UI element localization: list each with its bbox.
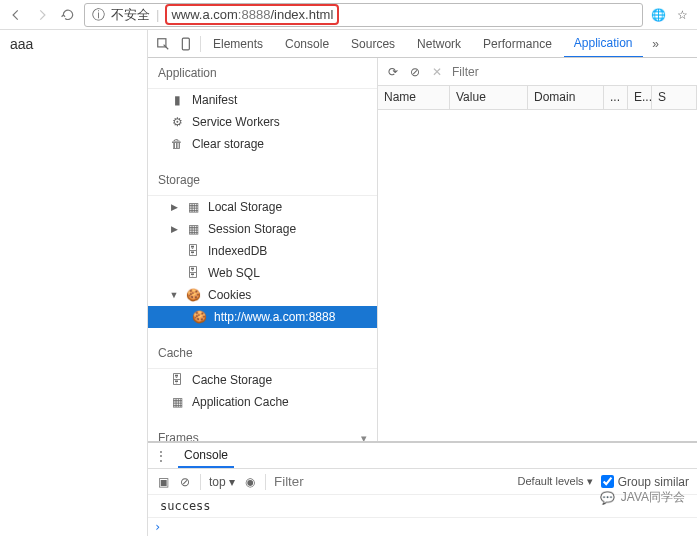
page-body-text: aaa: [0, 30, 148, 536]
section-frames[interactable]: Frames▾: [148, 423, 377, 441]
inspect-icon[interactable]: [152, 37, 174, 51]
col-domain[interactable]: Domain: [528, 86, 604, 109]
chevron-right-icon: [170, 246, 178, 256]
console-drawer: ⋮ Console ▣ ⊘ top ▾ ◉ Default levels ▾ G…: [148, 442, 697, 536]
col-size[interactable]: S: [652, 86, 697, 109]
cookies-table-header: Name Value Domain ... E... S: [378, 86, 697, 110]
col-value[interactable]: Value: [450, 86, 528, 109]
gear-icon: ⚙: [170, 115, 184, 129]
sidebar-item-local-storage[interactable]: ▶▦Local Storage: [148, 196, 377, 218]
storage-icon: ▦: [170, 395, 184, 409]
cookie-icon: 🍪: [186, 288, 200, 302]
sidebar-item-session-storage[interactable]: ▶▦Session Storage: [148, 218, 377, 240]
translate-icon[interactable]: 🌐: [649, 6, 667, 24]
close-icon[interactable]: ✕: [430, 65, 444, 79]
cookie-icon: 🍪: [192, 310, 206, 324]
drawer-menu-icon[interactable]: ⋮: [154, 449, 168, 463]
console-output-line: success: [148, 495, 697, 518]
sidebar-item-app-cache[interactable]: ▦Application Cache: [148, 391, 377, 413]
cookies-main: ⟳ ⊘ ✕ Name Value Domain ... E... S: [378, 58, 697, 441]
browser-toolbar: ⓘ 不安全 | www.a.com:8888/index.html 🌐 ☆: [0, 0, 697, 30]
section-application: Application: [148, 58, 377, 89]
tab-network[interactable]: Network: [407, 31, 471, 57]
storage-icon: ▦: [186, 200, 200, 214]
group-similar-checkbox[interactable]: Group similar: [601, 475, 689, 489]
tab-console[interactable]: Console: [275, 31, 339, 57]
console-context[interactable]: top ▾: [209, 475, 235, 489]
chevron-right-icon: [170, 268, 178, 278]
storage-icon: ▦: [186, 222, 200, 236]
cookies-toolbar: ⟳ ⊘ ✕: [378, 58, 697, 86]
refresh-icon[interactable]: ⟳: [386, 65, 400, 79]
tab-sources[interactable]: Sources: [341, 31, 405, 57]
reload-button[interactable]: [58, 5, 78, 25]
col-expires[interactable]: E...: [628, 86, 652, 109]
tab-application[interactable]: Application: [564, 30, 643, 58]
sidebar-item-cache-storage[interactable]: 🗄Cache Storage: [148, 369, 377, 391]
database-icon: 🗄: [186, 266, 200, 280]
eye-icon[interactable]: ◉: [243, 475, 257, 489]
console-filter-input[interactable]: [274, 474, 443, 489]
info-icon: ⓘ: [91, 8, 105, 22]
document-icon: ▮: [170, 93, 184, 107]
devtools-tabs: Elements Console Sources Network Perform…: [148, 30, 697, 58]
back-button[interactable]: [6, 5, 26, 25]
log-levels-dropdown[interactable]: Default levels ▾: [518, 475, 593, 488]
tab-elements[interactable]: Elements: [203, 31, 273, 57]
url-highlight: www.a.com:8888/index.html: [165, 4, 339, 25]
drawer-tab-console[interactable]: Console: [178, 444, 234, 468]
forward-button[interactable]: [32, 5, 52, 25]
section-storage: Storage: [148, 165, 377, 196]
section-cache: Cache: [148, 338, 377, 369]
clear-console-icon[interactable]: ⊘: [178, 475, 192, 489]
device-icon[interactable]: [176, 37, 198, 51]
trash-icon: 🗑: [170, 137, 184, 151]
sidebar-item-cookies[interactable]: ▼🍪Cookies: [148, 284, 377, 306]
col-name[interactable]: Name: [378, 86, 450, 109]
console-toggle-icon[interactable]: ▣: [156, 475, 170, 489]
application-sidebar: Application ▮Manifest ⚙Service Workers 🗑…: [148, 58, 378, 441]
svg-rect-1: [182, 38, 189, 50]
block-icon[interactable]: ⊘: [408, 65, 422, 79]
chevron-down-icon: ▾: [361, 432, 367, 442]
chevron-right-icon: ▶: [170, 202, 178, 212]
tab-performance[interactable]: Performance: [473, 31, 562, 57]
devtools-panel: Elements Console Sources Network Perform…: [148, 30, 697, 536]
sidebar-item-clear-storage[interactable]: 🗑Clear storage: [148, 133, 377, 155]
sidebar-item-cookie-origin[interactable]: 🍪http://www.a.com:8888: [148, 306, 377, 328]
address-bar[interactable]: ⓘ 不安全 | www.a.com:8888/index.html: [84, 3, 643, 27]
console-prompt[interactable]: ›: [148, 518, 697, 536]
star-icon[interactable]: ☆: [673, 6, 691, 24]
col-path[interactable]: ...: [604, 86, 628, 109]
database-icon: 🗄: [170, 373, 184, 387]
chevron-right-icon: ▶: [170, 224, 178, 234]
chevron-down-icon: ▼: [170, 290, 178, 300]
insecure-label: 不安全: [111, 6, 150, 24]
cookies-filter-input[interactable]: [452, 65, 689, 79]
cookies-table-body: [378, 110, 697, 441]
database-icon: 🗄: [186, 244, 200, 258]
sidebar-item-manifest[interactable]: ▮Manifest: [148, 89, 377, 111]
tabs-overflow-icon[interactable]: »: [645, 37, 667, 51]
sidebar-item-service-workers[interactable]: ⚙Service Workers: [148, 111, 377, 133]
sidebar-item-indexeddb[interactable]: 🗄IndexedDB: [148, 240, 377, 262]
sidebar-item-websql[interactable]: 🗄Web SQL: [148, 262, 377, 284]
